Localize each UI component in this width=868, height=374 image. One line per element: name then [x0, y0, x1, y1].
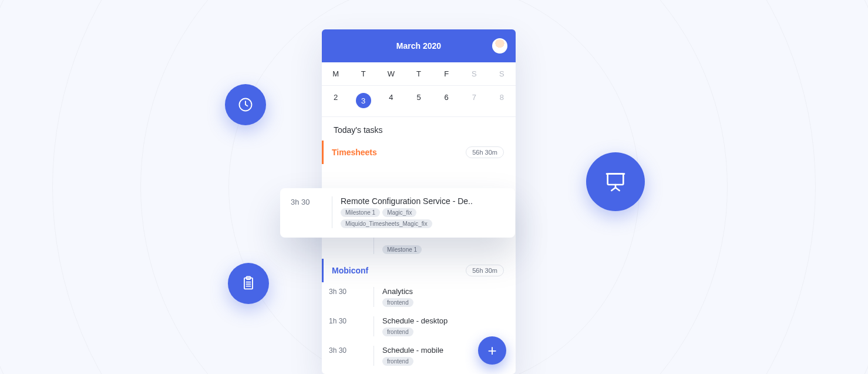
avatar[interactable]	[492, 38, 507, 54]
task-tag: frontend	[382, 328, 413, 336]
task-tag: Milestone 1	[382, 245, 422, 254]
weekday-label: S	[460, 69, 488, 78]
task-tag: frontend	[382, 298, 413, 307]
date-cell-selected[interactable]: 3	[349, 93, 377, 108]
plus-icon: +	[487, 343, 496, 358]
task-card-popover[interactable]: 3h 30 Remote Configuration Service - De.…	[280, 188, 515, 238]
project-group-header[interactable]: Timesheets 56h 30m	[322, 141, 516, 164]
presentation-board-icon[interactable]	[586, 152, 645, 211]
task-title: Schedule - desktop	[382, 316, 504, 325]
project-group-header[interactable]: Mobiconf 56h 30m	[322, 259, 516, 282]
task-tag: Magic_fix	[382, 208, 416, 217]
app-header: March 2020	[322, 29, 516, 62]
month-title: March 2020	[396, 41, 441, 51]
project-total-badge: 56h 30m	[466, 265, 504, 276]
task-title: Remote Configuration Service - De..	[341, 196, 504, 206]
weekday-row: M T W T F S S	[322, 62, 516, 86]
weekday-label: F	[433, 69, 460, 78]
task-tag: frontend	[382, 357, 413, 366]
task-duration: 3h 30	[329, 287, 366, 307]
date-cell[interactable]: 6	[433, 93, 460, 108]
date-cell[interactable]: 7	[460, 93, 488, 108]
project-name: Timesheets	[332, 148, 377, 157]
task-duration: 3h 30	[291, 196, 325, 228]
project-total-badge: 56h 30m	[466, 146, 504, 158]
task-title: Analytics	[382, 287, 504, 296]
task-tag: Miquido_Timesheets_Magic_fix	[341, 219, 432, 228]
task-tag: Milestone 1	[341, 208, 380, 217]
project-name: Mobiconf	[332, 266, 368, 275]
task-row[interactable]: 3h 30 Analytics frontend	[322, 282, 516, 312]
add-task-button[interactable]: +	[478, 336, 506, 365]
weekday-label: W	[377, 69, 405, 78]
weekday-label: M	[322, 69, 349, 78]
date-cell[interactable]: 8	[488, 93, 516, 108]
weekday-label: S	[488, 69, 516, 78]
weekday-label: T	[349, 69, 377, 78]
section-heading: Today's tasks	[322, 117, 516, 141]
date-cell[interactable]: 4	[377, 93, 405, 108]
task-list: Today's tasks Timesheets 56h 30m 3h 30 R…	[322, 117, 516, 374]
date-row: 2 3 4 5 6 7 8	[322, 86, 516, 117]
task-duration: 1h 30	[329, 316, 366, 336]
task-duration: 3h 30	[329, 346, 366, 366]
weekday-label: T	[405, 69, 432, 78]
svg-rect-1	[608, 174, 624, 185]
clock-icon[interactable]	[225, 84, 266, 125]
date-cell[interactable]: 2	[322, 93, 349, 108]
clipboard-icon[interactable]	[228, 263, 269, 304]
date-cell[interactable]: 5	[405, 93, 432, 108]
task-row[interactable]: 1h 30 Schedule - desktop frontend	[322, 312, 516, 341]
